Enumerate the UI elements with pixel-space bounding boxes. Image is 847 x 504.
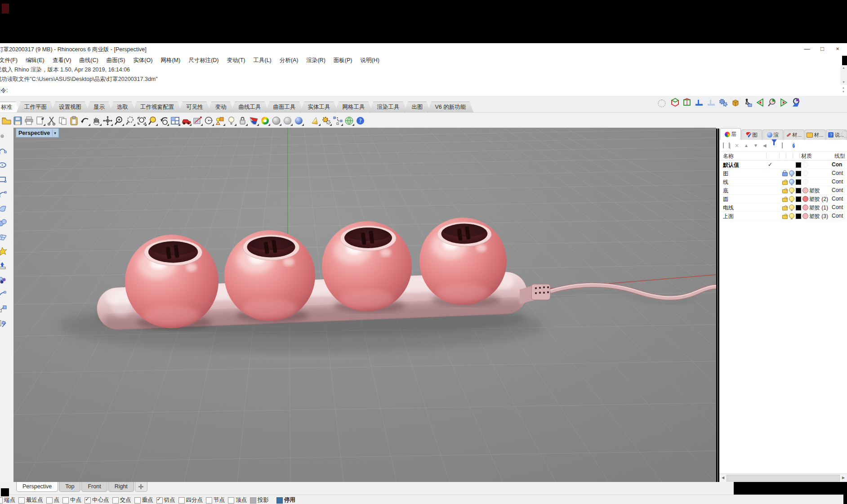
layer-row[interactable]: 上面 塑胶 (3) Cont [719, 212, 847, 220]
osnap-shapes-icon[interactable] [215, 116, 225, 126]
layer-color-swatch[interactable] [796, 196, 801, 202]
arrow-right-green-icon[interactable] [779, 98, 789, 107]
osnap-disable[interactable]: 停用 [276, 496, 295, 504]
move-up-icon[interactable]: ▲ [744, 143, 749, 148]
help-icon[interactable]: ? [793, 143, 795, 148]
viewport-tab-perspective[interactable]: Perspective [16, 482, 58, 492]
menu-file[interactable]: 文件(F) [0, 57, 22, 64]
bulb-icon[interactable] [789, 196, 794, 201]
menu-edit[interactable]: 编辑(E) [22, 57, 49, 64]
osnap-knot[interactable]: 节点 [206, 496, 225, 504]
layer-row[interactable]: 线 Cont [719, 178, 847, 186]
unlock-icon[interactable] [782, 181, 788, 185]
checkbox-filled[interactable] [276, 497, 283, 504]
viewport-title-dropdown[interactable]: Perspective ▾ [16, 128, 59, 138]
new-layer-icon[interactable] [723, 143, 724, 148]
stepper-down-icon[interactable]: ▼ [841, 90, 846, 94]
tab-drafting[interactable]: 出图 [404, 102, 431, 112]
panel-tab-render[interactable]: 渲 [762, 129, 783, 140]
osnap-center[interactable]: ✓中心点 [85, 496, 109, 504]
zoom-dynamic-icon[interactable] [125, 116, 135, 126]
tab-curve-tools[interactable]: 曲线工具 [231, 102, 269, 112]
osnap-intersection[interactable]: 交点 [112, 496, 131, 504]
layer-row[interactable]: 圆 塑胶 (2) Cont [719, 195, 847, 203]
minimize-button[interactable]: — [799, 44, 815, 54]
osnap-mid[interactable]: 中点 [62, 496, 81, 504]
panel-tab-display[interactable]: 图 [741, 129, 762, 140]
checkbox-checked[interactable]: ✓ [156, 497, 163, 504]
history-path-icon[interactable] [333, 116, 343, 126]
prompt-stepper[interactable]: ▲ ▼ [841, 86, 846, 94]
checkbox[interactable] [228, 497, 234, 504]
tab-render-tools[interactable]: 渲染工具 [370, 102, 407, 112]
explode-icon[interactable] [0, 246, 8, 257]
menu-curve[interactable]: 曲线(C) [75, 57, 102, 64]
bulb-icon[interactable] [789, 179, 794, 184]
render-worker-icon[interactable] [743, 98, 753, 107]
delete-layer-icon[interactable]: ✕ [735, 143, 739, 149]
osnap-project[interactable]: 投影 [250, 496, 269, 504]
render-box-icon[interactable] [731, 98, 740, 107]
cut-icon[interactable] [46, 116, 57, 126]
lock-icon[interactable] [782, 172, 788, 176]
menu-dimension[interactable]: 尺寸标注(D) [184, 57, 223, 64]
mirror-icon[interactable] [0, 318, 8, 329]
material-swatch[interactable] [802, 196, 808, 202]
material-swatch[interactable] [802, 205, 808, 210]
menu-analyze[interactable]: 分析(A) [276, 57, 303, 64]
point-icon[interactable] [0, 131, 8, 142]
material-placeholder-icon[interactable] [802, 170, 808, 176]
unlock-icon[interactable] [782, 206, 788, 210]
checkbox[interactable] [46, 497, 53, 504]
new-viewport-tab-button[interactable] [135, 482, 147, 492]
zoom-undo-icon[interactable] [159, 116, 169, 126]
print-icon[interactable] [24, 116, 34, 126]
tab-display[interactable]: 显示 [86, 102, 112, 112]
tab-select[interactable]: 选取 [109, 102, 136, 112]
osnap-end[interactable]: 端点 [0, 496, 15, 504]
menu-help[interactable]: 说明(H) [356, 57, 383, 64]
column-material[interactable]: 材质 [801, 152, 812, 160]
layer-color-swatch[interactable] [796, 162, 801, 168]
unlock-icon[interactable] [782, 198, 788, 202]
checkbox[interactable] [178, 497, 185, 504]
zoom-in-icon[interactable] [114, 116, 124, 126]
scrollbar-thumb[interactable] [727, 475, 840, 482]
bulb-icon[interactable] [789, 187, 794, 193]
checkbox[interactable] [112, 497, 119, 504]
ramp-light-icon[interactable] [706, 98, 716, 107]
stepper-up-icon[interactable]: ▲ [841, 86, 846, 90]
bulb-icon[interactable] [789, 170, 794, 176]
layer-color-swatch[interactable] [796, 171, 801, 176]
menu-panels[interactable]: 面板(P) [330, 57, 357, 64]
lamp-icon[interactable] [226, 116, 236, 126]
gears-blue-icon[interactable] [718, 98, 728, 107]
gear-icon[interactable] [841, 130, 847, 138]
scroll-up-icon[interactable]: ▲ [840, 65, 847, 71]
copy-icon[interactable] [58, 116, 68, 126]
scale-icon[interactable] [0, 304, 8, 314]
tab-solid-tools[interactable]: 实体工具 [300, 102, 338, 112]
osnap-perpendicular[interactable]: 垂点 [134, 496, 153, 504]
tab-mesh-tools[interactable]: 网格工具 [335, 102, 373, 112]
unlock-icon[interactable] [782, 215, 788, 219]
ramp-blue-icon[interactable] [694, 98, 704, 107]
menu-solid[interactable]: 实体(O) [129, 57, 156, 64]
paste-icon[interactable] [69, 116, 79, 126]
panel-tab-library[interactable]: 材... [805, 129, 825, 140]
analyze-grid-icon[interactable] [192, 116, 203, 126]
column-linetype[interactable]: 线型 [834, 152, 845, 160]
osnap-tangent[interactable]: ✓切点 [156, 496, 175, 504]
cone-icon[interactable] [310, 116, 321, 126]
panel-splitter[interactable] [718, 128, 718, 482]
tab-transform[interactable]: 变动 [208, 102, 234, 112]
render-magnifier-icon[interactable] [767, 98, 777, 107]
move-down-icon[interactable]: ▼ [753, 143, 758, 148]
osnap-near[interactable]: 最近点 [18, 496, 43, 504]
zoom-selected-icon[interactable] [147, 116, 158, 126]
scroll-left-icon[interactable]: ◀ [719, 474, 727, 482]
undo-icon[interactable] [80, 116, 90, 126]
spheres-icon[interactable] [0, 218, 8, 228]
menu-render[interactable]: 渲染(R) [302, 57, 329, 64]
shaded-mode-icon[interactable] [271, 116, 281, 126]
